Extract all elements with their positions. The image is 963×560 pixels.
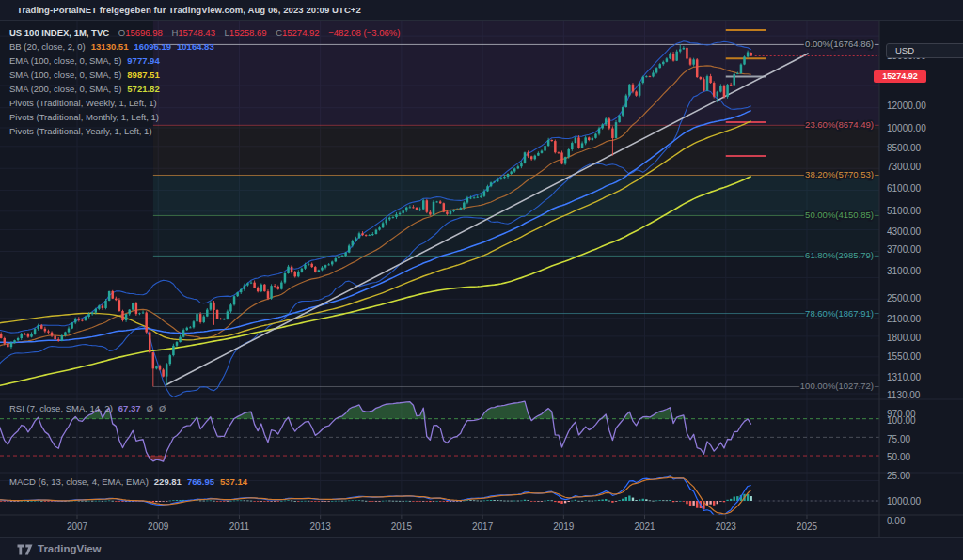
- svg-text:78.60%(1867.91): 78.60%(1867.91): [805, 308, 874, 319]
- legend-label: RSI (7, close, SMA, 14, 2): [9, 403, 113, 413]
- legend-value: 9777.94: [127, 55, 159, 66]
- svg-text:100.00%(1027.72): 100.00%(1027.72): [800, 381, 874, 391]
- legend-value: 10164.83: [177, 41, 214, 52]
- rsi-tick-label: 25.00: [887, 471, 910, 482]
- svg-text:2009: 2009: [148, 521, 169, 532]
- svg-text:50.00%(4150.85): 50.00%(4150.85): [805, 210, 874, 220]
- legend-value: 67.37: [118, 403, 141, 413]
- price-tick-label: 2500.00: [887, 293, 921, 304]
- legend-label: SMA (200, close, 0, SMA, 5): [9, 84, 121, 94]
- svg-text:2013: 2013: [310, 521, 332, 532]
- legend-row[interactable]: Pivots (Traditional, Yearly, 1, Left, 1): [9, 124, 400, 138]
- price-tick-label: 12000.00: [887, 101, 926, 112]
- legend-label: MACD (6, 13, close, 4, EMA, EMA): [9, 476, 149, 487]
- svg-text:2015: 2015: [391, 521, 413, 532]
- price-tick-label: 7300.00: [887, 162, 921, 173]
- price-tick-label: 3100.00: [887, 266, 921, 277]
- legend-value: 766.95: [187, 476, 214, 487]
- legend-row[interactable]: BB (20, close, 2, 0)13130.5116096.191016…: [9, 39, 400, 54]
- svg-text:2021: 2021: [634, 521, 655, 532]
- main-legend: US 100 INDEX, 1M, TVC O15696.98 H15748.4…: [9, 25, 400, 138]
- svg-text:0.00%(16764.86): 0.00%(16764.86): [805, 39, 874, 49]
- price-tick-label: 10000.00: [887, 123, 926, 134]
- svg-text:2019: 2019: [553, 521, 575, 532]
- tradingview-logo-text: TradingView: [38, 543, 102, 554]
- legend-label: BB (20, close, 2, 0): [9, 41, 86, 52]
- price-tick-label: 1130.00: [887, 390, 920, 401]
- legend-label: Pivots (Traditional, Weekly, 1, Left, 1): [9, 98, 157, 108]
- legend-row[interactable]: SMA (200, close, 0, SMA, 5)5721.82: [9, 82, 400, 96]
- rsi-tick-label: 50.00: [887, 452, 910, 463]
- close-label: C: [276, 27, 282, 38]
- legend-label: EMA (100, close, 0, SMA, 5): [9, 55, 121, 66]
- currency-button[interactable]: USD: [886, 43, 963, 58]
- footer-bar: TradingView: [0, 537, 963, 560]
- legend-value: 537.14: [220, 476, 247, 487]
- chart-canvas[interactable]: 0.00%(16764.86)23.60%(8674.49)38.20%(577…: [0, 21, 963, 537]
- tradingview-logo-link[interactable]: TradingView: [17, 542, 102, 555]
- legend-label: Pivots (Traditional, Monthly, 1, Left, 1…: [9, 112, 159, 122]
- legend-row[interactable]: RSI (7, close, SMA, 14, 2)67.37ØØ: [9, 401, 166, 415]
- last-price-badge: 15274.92: [874, 70, 926, 83]
- svg-text:2017: 2017: [472, 521, 494, 532]
- rsi-tick-label: 75.00: [887, 434, 910, 445]
- macd-tick-label: 0.00: [887, 516, 905, 527]
- svg-text:2007: 2007: [67, 521, 88, 532]
- price-tick-label: 2100.00: [887, 314, 921, 325]
- legend-row[interactable]: EMA (100, close, 0, SMA, 5)9777.94: [9, 54, 400, 68]
- tradingview-logo-icon: [17, 542, 33, 555]
- legend-value: 13130.51: [91, 41, 129, 52]
- svg-text:23.60%(8674.49): 23.60%(8674.49): [805, 119, 874, 130]
- legend-label: SMA (100, close, 0, SMA, 5): [9, 70, 121, 80]
- symbol-title: US 100 INDEX, 1M, TVC: [9, 27, 109, 38]
- price-axis[interactable]: USD 15274.92 18000.0012000.0010000.00850…: [879, 41, 963, 558]
- indicator-legend-rows: BB (20, close, 2, 0)13130.5116096.191016…: [9, 39, 400, 138]
- high-value: 15748.43: [178, 27, 215, 38]
- low-value: 15258.69: [229, 27, 267, 38]
- window-title: Trading-PortalNET freigegeben für Tradin…: [0, 0, 963, 21]
- change-value: −482.08 (−3.06%): [328, 27, 400, 38]
- legend-label: Pivots (Traditional, Yearly, 1, Left, 1): [9, 126, 152, 136]
- rsi-tick-label: 100.00: [887, 415, 916, 427]
- price-tick-label: 6100.00: [887, 183, 921, 194]
- symbol-legend-row[interactable]: US 100 INDEX, 1M, TVC O15696.98 H15748.4…: [9, 25, 400, 39]
- price-tick-label: 8500.00: [887, 143, 921, 154]
- open-value: 15696.98: [125, 27, 163, 38]
- legend-row[interactable]: Pivots (Traditional, Weekly, 1, Left, 1): [9, 96, 400, 110]
- legend-row[interactable]: MACD (6, 13, close, 4, EMA, EMA)229.8176…: [9, 474, 247, 489]
- svg-text:2023: 2023: [716, 521, 737, 532]
- svg-text:38.20%(5770.53): 38.20%(5770.53): [805, 169, 874, 179]
- price-tick-label: 5100.00: [887, 206, 921, 217]
- price-tick-label: 1800.00: [887, 333, 921, 344]
- macd-legend: MACD (6, 13, close, 4, EMA, EMA)229.8176…: [9, 474, 247, 489]
- svg-text:2025: 2025: [797, 521, 818, 532]
- tradingview-app: Trading-PortalNET freigegeben für Tradin…: [0, 0, 963, 560]
- price-tick-label: 1550.00: [887, 351, 921, 363]
- legend-value: 8987.51: [127, 70, 159, 80]
- price-tick-label: 4300.00: [887, 226, 921, 238]
- macd-tick-label: 1000.00: [887, 496, 921, 507]
- price-tick-label: 3700.00: [887, 244, 921, 256]
- legend-value: Ø: [147, 403, 153, 413]
- legend-value: 229.81: [154, 476, 182, 487]
- price-tick-label: 1310.00: [887, 372, 921, 383]
- rsi-legend: RSI (7, close, SMA, 14, 2)67.37ØØ: [9, 401, 166, 415]
- legend-value: 16096.19: [134, 41, 171, 52]
- close-value: 15274.92: [282, 27, 320, 38]
- legend-row[interactable]: SMA (100, close, 0, SMA, 5)8987.51: [9, 68, 400, 82]
- svg-text:61.80%(2985.79): 61.80%(2985.79): [805, 250, 874, 260]
- legend-value: Ø: [159, 403, 166, 413]
- legend-value: 5721.82: [127, 84, 159, 94]
- legend-row[interactable]: Pivots (Traditional, Monthly, 1, Left, 1…: [9, 110, 400, 124]
- svg-text:2011: 2011: [229, 521, 250, 532]
